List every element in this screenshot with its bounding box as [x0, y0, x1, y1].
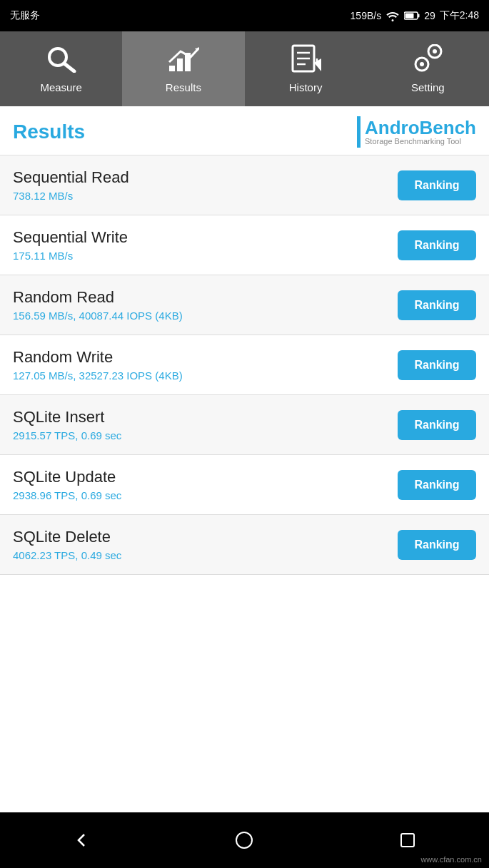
svg-point-16	[433, 49, 437, 53]
watermark: www.cfan.com.cn	[420, 855, 482, 864]
tab-results[interactable]: Results	[122, 31, 244, 106]
benchmark-row: SQLite Insert 2915.57 TPS, 0.69 sec Rank…	[0, 395, 489, 455]
svg-rect-20	[401, 834, 414, 847]
ranking-button[interactable]: Ranking	[398, 530, 476, 560]
tab-results-label: Results	[166, 81, 201, 93]
benchmark-row: Sequential Write 175.11 MB/s Ranking	[0, 215, 489, 275]
tab-measure[interactable]: Measure	[0, 31, 122, 106]
svg-point-18	[420, 62, 424, 66]
results-header: Results AndroBench Storage Benchmarking …	[0, 106, 489, 155]
benchmark-row: SQLite Delete 4062.23 TPS, 0.49 sec Rank…	[0, 515, 489, 575]
time-label: 下午2:48	[440, 9, 479, 22]
back-button[interactable]	[64, 822, 99, 858]
ranking-button[interactable]: Ranking	[398, 410, 476, 440]
bench-name: Sequential Read	[13, 168, 129, 187]
tab-setting-label: Setting	[411, 81, 445, 93]
wifi-icon	[385, 10, 400, 21]
bench-value: 127.05 MB/s, 32527.23 IOPS (4KB)	[13, 369, 183, 382]
bench-info: Random Write 127.05 MB/s, 32527.23 IOPS …	[13, 348, 183, 382]
ranking-button[interactable]: Ranking	[398, 170, 476, 200]
benchmark-list: Sequential Read 738.12 MB/s Ranking Sequ…	[0, 155, 489, 812]
brand-name: AndroBench	[365, 118, 476, 137]
bench-info: SQLite Delete 4062.23 TPS, 0.49 sec	[13, 528, 121, 561]
main-content: Results AndroBench Storage Benchmarking …	[0, 106, 489, 812]
bench-info: Sequential Read 738.12 MB/s	[13, 168, 129, 202]
tab-history-label: History	[289, 81, 323, 93]
bench-name: Sequential Write	[13, 228, 128, 247]
bench-name: SQLite Insert	[13, 408, 121, 427]
benchmark-row: Random Write 127.05 MB/s, 32527.23 IOPS …	[0, 335, 489, 395]
benchmark-row: Random Read 156.59 MB/s, 40087.44 IOPS (…	[0, 275, 489, 335]
benchmark-row: SQLite Update 2938.96 TPS, 0.69 sec Rank…	[0, 455, 489, 515]
brand-logo: AndroBench Storage Benchmarking Tool	[357, 116, 476, 148]
brand-subtitle: Storage Benchmarking Tool	[365, 137, 461, 145]
setting-icon	[412, 44, 443, 77]
bench-name: Random Write	[13, 348, 183, 367]
bench-info: Sequential Write 175.11 MB/s	[13, 228, 128, 262]
ranking-button[interactable]: Ranking	[398, 230, 476, 260]
svg-rect-5	[169, 66, 175, 71]
benchmark-row: Sequential Read 738.12 MB/s Ranking	[0, 155, 489, 215]
svg-point-19	[236, 832, 252, 848]
tab-setting[interactable]: Setting	[367, 31, 489, 106]
carrier-label: 无服务	[10, 9, 40, 22]
ranking-button[interactable]: Ranking	[398, 470, 476, 500]
bottom-nav: www.cfan.com.cn	[0, 812, 489, 868]
page-title: Results	[13, 121, 85, 143]
brand-text: AndroBench Storage Benchmarking Tool	[365, 118, 476, 145]
battery-level: 29	[424, 10, 435, 21]
bench-name: Random Read	[13, 288, 183, 307]
svg-line-4	[64, 63, 74, 71]
bench-value: 2938.96 TPS, 0.69 sec	[13, 489, 121, 501]
brand-bar	[357, 116, 361, 148]
home-button[interactable]	[226, 822, 262, 858]
svg-rect-1	[418, 14, 420, 18]
history-icon	[290, 44, 321, 77]
bench-name: SQLite Update	[13, 468, 121, 486]
bench-value: 738.12 MB/s	[13, 190, 129, 202]
recent-button[interactable]	[390, 822, 425, 858]
tab-bar: Measure Results History	[0, 31, 489, 106]
bench-value: 2915.57 TPS, 0.69 sec	[13, 429, 121, 441]
ranking-button[interactable]: Ranking	[398, 350, 476, 380]
ranking-button[interactable]: Ranking	[398, 290, 476, 320]
tab-measure-label: Measure	[40, 81, 81, 93]
svg-rect-6	[177, 58, 183, 71]
bench-name: SQLite Delete	[13, 528, 121, 546]
measure-icon	[46, 44, 77, 77]
bench-info: Random Read 156.59 MB/s, 40087.44 IOPS (…	[13, 288, 183, 322]
bench-value: 4062.23 TPS, 0.49 sec	[13, 549, 121, 561]
bench-value: 156.59 MB/s, 40087.44 IOPS (4KB)	[13, 310, 183, 322]
battery-icon	[404, 11, 420, 21]
results-icon	[168, 44, 199, 77]
network-speed: 159B/s	[351, 10, 382, 21]
bench-info: SQLite Update 2938.96 TPS, 0.69 sec	[13, 468, 121, 501]
svg-rect-2	[405, 14, 414, 19]
bench-info: SQLite Insert 2915.57 TPS, 0.69 sec	[13, 408, 121, 441]
tab-history[interactable]: History	[245, 31, 367, 106]
brand-second: Bench	[420, 117, 476, 138]
brand-first: Andro	[365, 117, 420, 138]
bench-value: 175.11 MB/s	[13, 250, 128, 262]
status-right: 159B/s 29 下午2:48	[351, 9, 479, 22]
status-bar: 无服务 159B/s 29 下午2:48	[0, 0, 489, 31]
